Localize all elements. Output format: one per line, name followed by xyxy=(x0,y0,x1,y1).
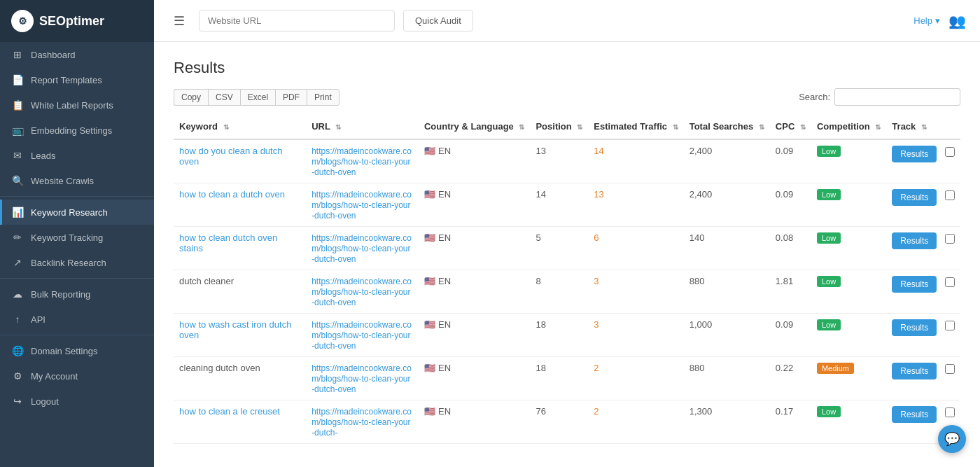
keyword-link-0[interactable]: how do you clean a dutch oven xyxy=(179,146,282,167)
report-templates-icon: 📄 xyxy=(11,74,24,85)
cell-traffic-4: 3 xyxy=(588,314,683,357)
cell-position-4: 18 xyxy=(530,314,588,357)
results-button-0[interactable]: Results xyxy=(892,146,937,162)
leads-icon: ✉ xyxy=(11,150,24,161)
language-1: EN xyxy=(438,189,451,200)
track-checkbox-1[interactable] xyxy=(945,190,955,200)
sidebar-item-website-crawls[interactable]: 🔍 Website Crawls xyxy=(0,168,154,193)
results-button-5[interactable]: Results xyxy=(892,363,937,379)
cell-searches-1: 2,400 xyxy=(684,183,770,227)
sidebar-item-keyword-tracking[interactable]: ✏ Keyword Tracking xyxy=(0,225,154,250)
sidebar-label-api: API xyxy=(31,314,46,325)
quick-audit-button[interactable]: Quick Audit xyxy=(403,10,473,32)
keyword-research-icon: 📊 xyxy=(11,207,24,218)
hamburger-button[interactable]: ☰ xyxy=(168,11,190,32)
keyword-link-4[interactable]: how to wash cast iron dutch oven xyxy=(179,319,291,340)
app-name: SEOptimer xyxy=(39,14,104,29)
sidebar-item-embedding-settings[interactable]: 📺 Embedding Settings xyxy=(0,118,154,143)
col-header-cpc[interactable]: CPC ⇅ xyxy=(770,114,811,139)
sort-icon-url: ⇅ xyxy=(335,123,341,131)
sidebar-item-domain-settings[interactable]: 🌐 Domain Settings xyxy=(0,338,154,363)
chat-icon: 💬 xyxy=(944,431,960,447)
sidebar-label-my-account: My Account xyxy=(31,371,78,382)
flag-icon-2: 🇺🇸 xyxy=(424,232,435,243)
export-excel-button[interactable]: Excel xyxy=(240,89,275,106)
results-button-1[interactable]: Results xyxy=(892,189,937,206)
col-header-competition[interactable]: Competition ⇅ xyxy=(811,114,886,139)
sidebar: ⚙ SEOptimer ⊞ Dashboard 📄 Report Templat… xyxy=(0,0,154,467)
results-button-4[interactable]: Results xyxy=(892,319,937,336)
col-header-track[interactable]: Track ⇅ xyxy=(886,114,960,139)
competition-badge-1: Low xyxy=(817,189,841,200)
backlink-research-icon: ↗ xyxy=(11,257,24,268)
cell-country-6: 🇺🇸EN xyxy=(419,400,530,444)
sidebar-item-keyword-research[interactable]: 📊 Keyword Research xyxy=(0,200,154,225)
track-checkbox-4[interactable] xyxy=(945,321,955,330)
cell-keyword-3: dutch cleaner xyxy=(174,270,306,314)
cell-cpc-4: 0.09 xyxy=(770,314,811,357)
results-button-3[interactable]: Results xyxy=(892,276,937,293)
cell-competition-4: Low xyxy=(811,314,886,357)
cell-country-2: 🇺🇸EN xyxy=(419,227,530,270)
sidebar-item-api[interactable]: ↑ API xyxy=(0,307,154,332)
track-checkbox-3[interactable] xyxy=(945,277,955,287)
track-checkbox-5[interactable] xyxy=(945,364,955,374)
export-print-button[interactable]: Print xyxy=(307,89,340,106)
sidebar-item-my-account[interactable]: ⚙ My Account xyxy=(0,363,154,389)
help-button[interactable]: Help ▾ xyxy=(913,15,940,26)
track-checkbox-2[interactable] xyxy=(945,234,955,244)
sidebar-item-white-label-reports[interactable]: 📋 White Label Reports xyxy=(0,92,154,118)
cell-track-5: Results xyxy=(886,357,960,400)
sidebar-item-backlink-research[interactable]: ↗ Backlink Research xyxy=(0,250,154,275)
flag-icon-1: 🇺🇸 xyxy=(424,189,435,200)
website-crawls-icon: 🔍 xyxy=(11,175,24,186)
cell-keyword-0: how do you clean a dutch oven xyxy=(174,139,306,183)
col-header-url[interactable]: URL ⇅ xyxy=(306,114,419,139)
cell-searches-4: 1,000 xyxy=(684,314,770,357)
cell-position-6: 76 xyxy=(530,400,588,444)
cell-country-5: 🇺🇸EN xyxy=(419,357,530,400)
track-checkbox-6[interactable] xyxy=(945,407,955,417)
language-0: EN xyxy=(438,146,451,156)
cell-url-6: https://madeincookware.com/blogs/how-to-… xyxy=(306,400,419,444)
sidebar-label-keyword-tracking: Keyword Tracking xyxy=(31,232,103,243)
cell-track-2: Results xyxy=(886,227,960,270)
keyword-link-6[interactable]: how to clean a le creuset xyxy=(179,406,280,417)
sidebar-item-dashboard[interactable]: ⊞ Dashboard xyxy=(0,42,154,67)
cell-competition-3: Low xyxy=(811,270,886,314)
sort-icon-keyword: ⇅ xyxy=(223,123,229,131)
col-header-searches[interactable]: Total Searches ⇅ xyxy=(684,114,770,139)
export-pdf-button[interactable]: PDF xyxy=(275,89,307,106)
keyword-link-2[interactable]: how to clean dutch oven stains xyxy=(179,232,277,253)
keyword-link-1[interactable]: how to clean a dutch oven xyxy=(179,189,285,200)
col-header-country[interactable]: Country & Language ⇅ xyxy=(419,114,530,139)
sidebar-item-bulk-reporting[interactable]: ☁ Bulk Reporting xyxy=(0,281,154,307)
col-header-position[interactable]: Position ⇅ xyxy=(530,114,588,139)
col-header-traffic[interactable]: Estimated Traffic ⇅ xyxy=(588,114,683,139)
chat-bubble-button[interactable]: 💬 xyxy=(938,425,966,453)
sidebar-item-logout[interactable]: ↪ Logout xyxy=(0,389,154,414)
cell-country-4: 🇺🇸EN xyxy=(419,314,530,357)
sidebar-item-report-templates[interactable]: 📄 Report Templates xyxy=(0,67,154,92)
table-search-input[interactable] xyxy=(834,88,960,106)
competition-badge-2: Low xyxy=(817,232,841,244)
sidebar-item-leads[interactable]: ✉ Leads xyxy=(0,143,154,168)
results-button-6[interactable]: Results xyxy=(892,406,937,423)
results-button-2[interactable]: Results xyxy=(892,232,937,249)
cell-traffic-6: 2 xyxy=(588,400,683,444)
user-icon: 👥 xyxy=(948,13,966,29)
language-5: EN xyxy=(438,363,451,373)
col-header-keyword[interactable]: Keyword ⇅ xyxy=(174,114,306,139)
cell-keyword-1: how to clean a dutch oven xyxy=(174,183,306,227)
track-checkbox-0[interactable] xyxy=(945,147,955,157)
cell-searches-0: 2,400 xyxy=(684,139,770,183)
user-icon-button[interactable]: 👥 xyxy=(948,13,966,29)
export-csv-button[interactable]: CSV xyxy=(208,89,240,106)
export-copy-button[interactable]: Copy xyxy=(174,89,208,106)
cell-track-3: Results xyxy=(886,270,960,314)
logout-icon: ↪ xyxy=(11,396,24,407)
cell-position-3: 8 xyxy=(530,270,588,314)
table-body: how do you clean a dutch ovenhttps://mad… xyxy=(174,139,960,444)
website-url-input[interactable] xyxy=(199,10,395,32)
dashboard-icon: ⊞ xyxy=(11,49,24,60)
